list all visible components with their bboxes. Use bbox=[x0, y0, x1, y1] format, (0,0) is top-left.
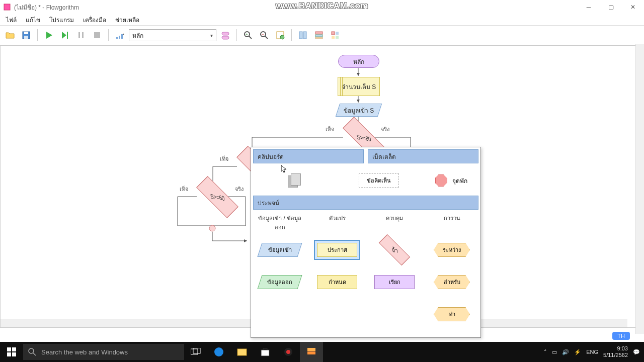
menu-edit[interactable]: แก้ไข bbox=[22, 14, 44, 26]
svg-point-20 bbox=[280, 35, 284, 39]
taskbar-store[interactable] bbox=[254, 342, 277, 362]
tray-lang[interactable]: ENG bbox=[586, 349, 598, 355]
palette-call[interactable]: เรียก bbox=[374, 275, 415, 289]
maximize-button[interactable]: ▢ bbox=[600, 0, 622, 14]
svg-rect-46 bbox=[237, 349, 247, 355]
step-button[interactable] bbox=[58, 28, 72, 42]
palette-assign[interactable]: กำหนด bbox=[317, 275, 357, 289]
toolbar: หลัก + − bbox=[0, 25, 644, 45]
stop-button[interactable] bbox=[90, 28, 104, 42]
menu-program[interactable]: โปรแกรม bbox=[45, 14, 78, 26]
style3-button[interactable] bbox=[328, 28, 342, 42]
svg-rect-11 bbox=[222, 32, 229, 35]
zoom-out-button[interactable]: − bbox=[257, 28, 271, 42]
combo-value: หลัก bbox=[132, 31, 143, 40]
add-function-button[interactable] bbox=[218, 28, 232, 42]
menu-tools[interactable]: เครื่องมือ bbox=[79, 14, 110, 26]
menubar: ไฟล์ แก้ไข โปรแกรม เครื่องมือ ช่วยเหลือ bbox=[0, 14, 644, 25]
close-button[interactable]: ✕ bbox=[622, 0, 644, 14]
separator bbox=[291, 29, 292, 41]
label-false-3: เท็จ bbox=[180, 185, 188, 194]
tray-volume-icon[interactable]: 🔊 bbox=[562, 349, 569, 355]
palette-paste[interactable] bbox=[288, 173, 300, 188]
svg-line-17 bbox=[265, 36, 268, 39]
task-view-button[interactable] bbox=[184, 342, 207, 362]
menu-help[interactable]: ช่วยเหลือ bbox=[111, 14, 143, 26]
separator bbox=[108, 29, 109, 41]
svg-rect-8 bbox=[116, 37, 118, 39]
node-input[interactable]: ข้อมูลเข้า S bbox=[336, 104, 382, 117]
taskbar-explorer[interactable] bbox=[230, 342, 254, 362]
palette-breakpoint-label: จุดพัก bbox=[452, 176, 467, 186]
taskbar-app-active[interactable] bbox=[300, 342, 323, 362]
function-combo[interactable]: หลัก bbox=[129, 29, 216, 41]
scrollbar-vertical[interactable] bbox=[635, 44, 644, 334]
svg-rect-27 bbox=[336, 32, 339, 35]
svg-text:+: + bbox=[246, 32, 248, 37]
svg-rect-26 bbox=[332, 32, 335, 35]
svg-line-42 bbox=[33, 353, 36, 355]
pause-button[interactable] bbox=[74, 28, 88, 42]
svg-rect-29 bbox=[336, 36, 339, 39]
palette-declare-selected[interactable]: ประกาศ bbox=[314, 240, 360, 260]
separator bbox=[236, 29, 237, 41]
palette-output[interactable]: ข้อมูลออก bbox=[257, 275, 302, 289]
svg-rect-7 bbox=[94, 32, 100, 38]
taskbar-search[interactable]: Search the web and Windows bbox=[23, 344, 184, 360]
minimize-button[interactable]: ─ bbox=[578, 0, 600, 14]
start-button[interactable] bbox=[0, 342, 23, 362]
open-button[interactable] bbox=[3, 28, 17, 42]
system-tray: ˄ ▭ 🔊 ⚡ ENG 9:03 5/11/2562 💬 bbox=[540, 342, 644, 362]
separator bbox=[37, 29, 38, 41]
palette-input[interactable]: ข้อมูลเข้า bbox=[257, 243, 302, 257]
titlebar: (ไม่มีชื่อ) * - Flowgorithm www.BANDICAM… bbox=[0, 0, 644, 14]
node-start[interactable]: หลัก bbox=[338, 55, 379, 68]
label-false-1: เท็จ bbox=[326, 125, 334, 134]
palette-cat-ctrl: ควบคุม bbox=[368, 212, 421, 234]
speed-button[interactable] bbox=[113, 28, 127, 42]
palette-cat-var: ตัวแปร bbox=[310, 212, 364, 234]
svg-rect-25 bbox=[315, 37, 323, 39]
node-declare[interactable]: จำนวนเต็ม S bbox=[338, 77, 380, 96]
svg-rect-6 bbox=[82, 32, 84, 38]
svg-rect-5 bbox=[78, 32, 80, 38]
label-true-3: จริง bbox=[235, 185, 244, 194]
palette-cat-io: ข้อมูลเข้า / ข้อมูลออก bbox=[253, 212, 306, 234]
app-icon bbox=[3, 3, 11, 11]
palette-header-clipboard: คลิปบอร์ด bbox=[253, 149, 364, 163]
taskbar: Search the web and Windows ˄ ▭ 🔊 ⚡ ENG 9… bbox=[0, 342, 644, 362]
layout-button[interactable] bbox=[273, 28, 287, 42]
svg-point-34 bbox=[209, 225, 215, 231]
node-decision-3[interactable]: S>=60 bbox=[196, 176, 238, 218]
palette-breakpoint-icon[interactable] bbox=[435, 174, 447, 187]
palette-while[interactable]: ระหว่าง bbox=[434, 243, 470, 257]
svg-rect-23 bbox=[315, 32, 323, 34]
svg-rect-28 bbox=[332, 36, 335, 39]
palette-do[interactable]: ทำ bbox=[434, 307, 470, 321]
palette-header-misc: เบ็ดเตล็ด bbox=[368, 149, 478, 163]
taskbar-bandicam[interactable] bbox=[277, 342, 300, 362]
save-button[interactable] bbox=[19, 28, 33, 42]
zoom-in-button[interactable]: + bbox=[241, 28, 255, 42]
search-placeholder: Search the web and Windows bbox=[41, 348, 128, 356]
style2-button[interactable] bbox=[312, 28, 326, 42]
svg-rect-22 bbox=[303, 32, 306, 39]
label-false-2: เท็จ bbox=[220, 154, 228, 163]
palette-comment[interactable]: ข้อคิดเห็น bbox=[359, 173, 399, 188]
menu-file[interactable]: ไฟล์ bbox=[2, 14, 21, 26]
run-button[interactable] bbox=[42, 28, 56, 42]
style1-button[interactable] bbox=[296, 28, 310, 42]
palette-if[interactable]: ถ้า bbox=[379, 234, 411, 266]
taskbar-edge[interactable] bbox=[207, 342, 230, 362]
svg-rect-39 bbox=[7, 352, 11, 356]
palette-for[interactable]: สำหรับ bbox=[434, 275, 470, 289]
tray-chevron-icon[interactable]: ˄ bbox=[544, 349, 547, 355]
svg-rect-21 bbox=[299, 32, 302, 39]
tray-battery-icon[interactable]: ⚡ bbox=[574, 349, 581, 355]
tray-network-icon[interactable]: ▭ bbox=[552, 349, 557, 355]
palette-cat-loop: การวน bbox=[425, 212, 478, 234]
ime-indicator-pill[interactable]: TH bbox=[612, 332, 630, 340]
tray-notifications-icon[interactable]: 💬 bbox=[633, 349, 640, 355]
tray-clock[interactable]: 9:03 5/11/2562 bbox=[603, 345, 628, 358]
svg-rect-9 bbox=[119, 36, 120, 39]
